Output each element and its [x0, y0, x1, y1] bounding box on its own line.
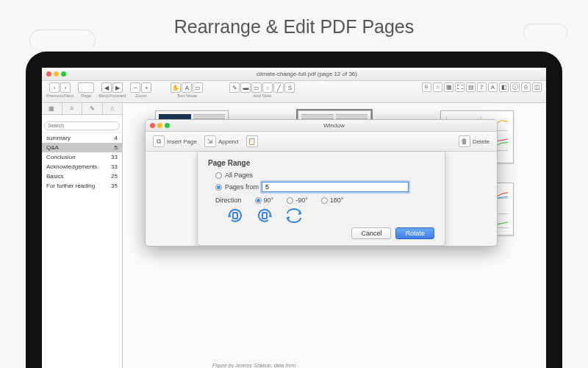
- panel-icon[interactable]: ◫: [532, 82, 542, 92]
- radio-icon: [215, 184, 222, 191]
- rotate-180-icon: [284, 207, 304, 224]
- print-icon[interactable]: ⎙: [521, 82, 531, 92]
- close-icon[interactable]: [46, 71, 51, 77]
- cancel-button[interactable]: Cancel: [351, 227, 391, 239]
- radio-icon: [321, 197, 328, 204]
- outline-item[interactable]: Conclusion33: [42, 152, 122, 162]
- clipboard-icon: 📋: [246, 135, 258, 147]
- radio-icon: [255, 197, 262, 204]
- append-button[interactable]: ⇲Append: [204, 135, 239, 147]
- info-icon[interactable]: ⓘ: [510, 82, 520, 92]
- document-title: climate-change-full.pdf (page 12 of 36): [72, 71, 542, 77]
- main-toolbar: ‹ › Previous/Next Page ◀ ▶ Back/Forward …: [42, 81, 546, 103]
- toolbar-label: Previous/Next: [46, 93, 74, 98]
- append-icon: ⇲: [204, 135, 216, 147]
- outline-item[interactable]: Q&A5: [42, 143, 122, 152]
- insert-page-button[interactable]: ⧉Insert Page: [153, 135, 197, 147]
- grid-icon[interactable]: ▦: [444, 82, 453, 92]
- screen: climate-change-full.pdf (page 12 of 36) …: [42, 68, 546, 368]
- dialog-title: Window: [176, 122, 492, 129]
- page-manager-window: Window ⧉Insert Page ⇲Append 📋 🗑Delete Pa…: [145, 119, 498, 247]
- caption-text: Figure by Jeremy Shakun, data from: [212, 363, 295, 368]
- minimize-icon[interactable]: [54, 71, 59, 77]
- decorative-cloud: [29, 29, 96, 52]
- svg-rect-5: [262, 213, 267, 219]
- next-page-button[interactable]: ›: [60, 82, 71, 93]
- trash-icon: 🗑: [459, 135, 470, 147]
- rotate-ccw-icon: [255, 207, 274, 224]
- delete-button[interactable]: 🗑Delete: [459, 135, 490, 147]
- sidebar: ▦ ≡ ✎ ☆ summary4 Q&A5 Conclusion33 Ackno…: [42, 103, 123, 368]
- radio-icon: [287, 197, 293, 204]
- rotate-cw-icon: [226, 207, 245, 224]
- rotate-neg90-radio[interactable]: -90°: [287, 197, 308, 204]
- sidebar-tab-outline[interactable]: ≡: [62, 103, 83, 114]
- select-tool-button[interactable]: ▭: [193, 82, 203, 93]
- share-icon[interactable]: ⇪: [477, 82, 487, 92]
- zoom-in-button[interactable]: +: [141, 82, 151, 93]
- sheet-heading: Page Range: [208, 159, 434, 167]
- outline-item[interactable]: Acknowledgements33: [42, 162, 122, 171]
- radio-icon: [215, 172, 222, 179]
- rotate-button[interactable]: Rotate: [395, 227, 434, 239]
- highlight-tool-button[interactable]: ▬: [240, 82, 251, 93]
- hand-tool-button[interactable]: ✋: [171, 82, 181, 93]
- note-tool-button[interactable]: ✎: [229, 82, 240, 93]
- text-tool-button[interactable]: A: [182, 82, 192, 93]
- pages-from-input[interactable]: [262, 182, 409, 192]
- back-button[interactable]: ◀: [101, 82, 112, 93]
- sidebar-tab-thumbnails[interactable]: ▦: [42, 103, 62, 114]
- toolbar-label: Zoom: [135, 93, 146, 98]
- main-titlebar: climate-change-full.pdf (page 12 of 36): [42, 68, 546, 81]
- rotate-90-radio[interactable]: 90°: [255, 197, 274, 204]
- crop-icon[interactable]: ⛶: [455, 82, 465, 92]
- sidebar-tab-notes[interactable]: ✎: [82, 103, 103, 114]
- forward-button[interactable]: ▶: [112, 82, 123, 93]
- page-field[interactable]: [78, 82, 94, 93]
- svg-rect-4: [233, 213, 237, 219]
- maximize-icon[interactable]: [165, 123, 170, 128]
- close-icon[interactable]: [150, 123, 155, 128]
- strike-tool-button[interactable]: S: [284, 82, 295, 93]
- bookmark-icon[interactable]: ☆: [433, 82, 442, 92]
- maximize-icon[interactable]: [61, 71, 66, 77]
- outline-item[interactable]: summary4: [42, 133, 122, 143]
- line-tool-button[interactable]: ╱: [273, 82, 284, 93]
- rect-tool-button[interactable]: ▭: [251, 82, 262, 93]
- toolbar-label: Add Note: [253, 93, 271, 98]
- toolbar-label: Back/Forward: [98, 93, 126, 98]
- outline-item[interactable]: Basics25: [42, 171, 122, 181]
- colors-icon[interactable]: ◧: [499, 82, 509, 92]
- direction-label: Direction: [215, 197, 242, 204]
- outline-item[interactable]: For further reading35: [42, 181, 122, 191]
- layers-icon[interactable]: ▤: [466, 82, 476, 92]
- minimize-icon[interactable]: [157, 123, 162, 128]
- insert-page-icon: ⧉: [153, 135, 165, 147]
- device-frame: climate-change-full.pdf (page 12 of 36) …: [26, 52, 562, 368]
- rotate-180-radio[interactable]: 180°: [321, 197, 344, 204]
- toolbar-label: Text Mode: [177, 93, 198, 98]
- oval-tool-button[interactable]: ○: [262, 82, 273, 93]
- outline-list: summary4 Q&A5 Conclusion33 Acknowledgeme…: [42, 133, 122, 191]
- toolbar-label: Page: [81, 93, 91, 98]
- paste-button[interactable]: 📋: [246, 135, 258, 147]
- all-pages-radio[interactable]: All Pages: [215, 171, 434, 179]
- decorative-cloud: [523, 24, 567, 42]
- link-icon[interactable]: ⎘: [422, 82, 431, 92]
- fonts-icon[interactable]: A: [488, 82, 498, 92]
- rotate-sheet: Page Range All Pages Pages from Directio…: [197, 152, 445, 246]
- zoom-out-button[interactable]: −: [130, 82, 140, 93]
- sidebar-tab-bookmarks[interactable]: ☆: [103, 103, 123, 114]
- prev-page-button[interactable]: ‹: [49, 82, 60, 93]
- pages-from-radio[interactable]: Pages from: [215, 182, 434, 192]
- sidebar-search-input[interactable]: [44, 121, 120, 130]
